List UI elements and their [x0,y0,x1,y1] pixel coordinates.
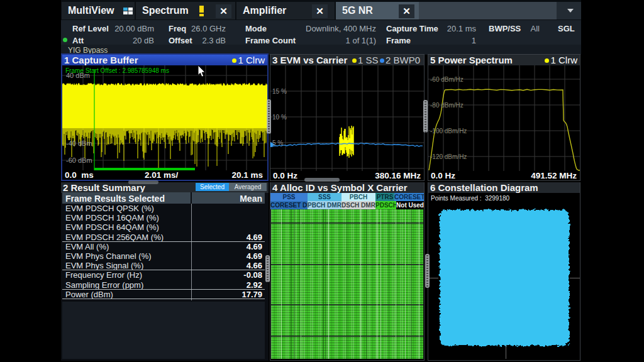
svg-text:10 %: 10 % [272,114,287,121]
svg-text:Frame Start Offset : 2.9857859: Frame Start Offset : 2.985785948 ms [65,67,169,74]
svg-text:15 %: 15 % [272,88,287,95]
svg-text:-60 dBm: -60 dBm [66,156,92,164]
svg-text:-60 dBm/Hz: -60 dBm/Hz [430,76,464,83]
svg-text:-40 dBm: -40 dBm [66,140,92,147]
svg-text:-100 dBm/Hz: -100 dBm/Hz [430,128,467,134]
svg-text:-120 dBm/Hz: -120 dBm/Hz [430,153,467,160]
svg-text:5 %: 5 % [272,140,283,146]
svg-text:-80 dBm/Hz: -80 dBm/Hz [430,102,464,109]
